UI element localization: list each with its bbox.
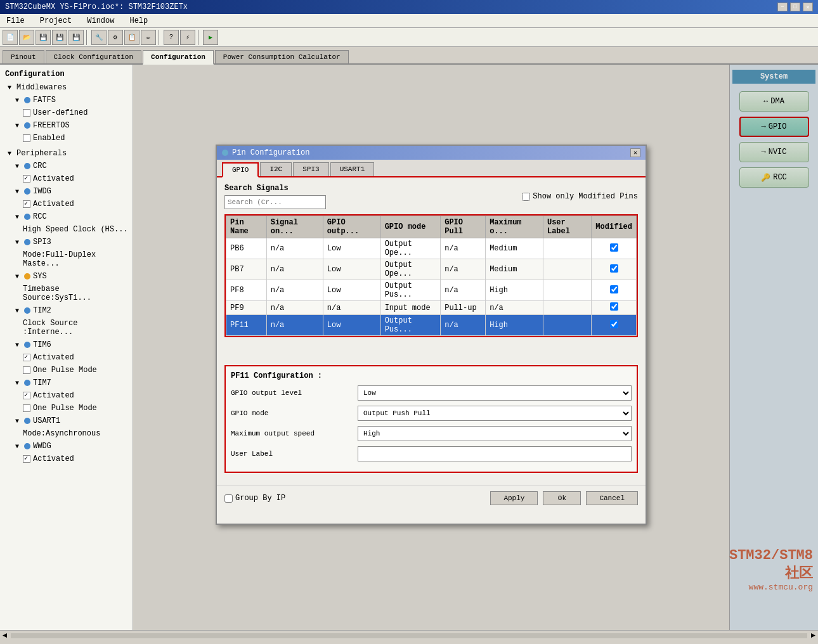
expand-icon-tim7: ▼ xyxy=(15,380,23,387)
tim7-activated-checkbox[interactable] xyxy=(23,392,30,399)
tool-7[interactable]: 📋 xyxy=(124,30,140,45)
scroll-left-btn[interactable]: ◄ xyxy=(0,631,10,640)
tab-configuration[interactable]: Configuration xyxy=(143,50,214,65)
sidebar-item-crc[interactable]: ▼ CRC xyxy=(0,160,133,172)
menu-project[interactable]: Project xyxy=(36,15,75,27)
cell-max-speed: Medium xyxy=(486,259,543,280)
sidebar-item-tim6[interactable]: ▼ TIM6 xyxy=(0,338,133,351)
tool-9[interactable]: ? xyxy=(164,30,179,45)
sidebar-item-middlewares[interactable]: ▼ Middlewares xyxy=(0,81,133,94)
tool-open[interactable]: 📂 xyxy=(19,30,34,45)
search-input[interactable] xyxy=(224,195,326,209)
sidebar-item-crc-activated[interactable]: Activated xyxy=(0,172,133,185)
table-row[interactable]: PB6 n/a Low Output Ope... n/a Medium xyxy=(226,238,637,259)
tim7-circle xyxy=(24,380,30,386)
table-row-selected[interactable]: PF11 n/a Low Output Pus... n/a High xyxy=(226,315,637,336)
cell-modified xyxy=(592,238,637,259)
sidebar-item-iwdg[interactable]: ▼ IWDG xyxy=(0,185,133,198)
modal-tab-usart1[interactable]: USART1 xyxy=(330,162,375,176)
cell-gpio-pull: n/a xyxy=(441,280,486,301)
sidebar-item-peripherals[interactable]: ▼ Peripherals xyxy=(0,145,133,160)
wwdg-activated-checkbox[interactable] xyxy=(23,455,30,463)
cell-signal: n/a xyxy=(266,259,323,280)
modal-close-button[interactable]: ✕ xyxy=(630,148,640,157)
sidebar-item-tim6-pulse[interactable]: One Pulse Mode xyxy=(0,364,133,377)
maximize-button[interactable]: □ xyxy=(790,3,800,11)
user-label-row: User Label xyxy=(231,446,632,461)
tab-pinout[interactable]: Pinout xyxy=(3,50,44,63)
sidebar-item-sys[interactable]: ▼ SYS xyxy=(0,270,133,283)
table-row[interactable]: PF8 n/a Low Output Pus... n/a High xyxy=(226,280,637,301)
toolbar: 📄 📂 💾 💾 💾 🔧 ⚙ 📋 ✏ ? ⚡ ▶ xyxy=(0,28,818,47)
cell-gpio-mode: Output Ope... xyxy=(380,238,441,259)
tool-10[interactable]: ⚡ xyxy=(180,30,195,45)
sidebar-item-enabled[interactable]: Enabled xyxy=(0,132,133,145)
gpio-output-level-select[interactable]: Low High xyxy=(358,385,632,401)
modal-tab-gpio[interactable]: GPIO xyxy=(222,162,259,177)
tool-save2[interactable]: 💾 xyxy=(52,30,67,45)
cell-pinname: PB6 xyxy=(226,238,267,259)
tool-5[interactable]: 🔧 xyxy=(91,30,107,45)
show-modified-label: Show only Modified Pins xyxy=(533,192,638,201)
expand-icon-iwdg: ▼ xyxy=(15,188,23,195)
sidebar-item-tim6-activated[interactable]: Activated xyxy=(0,351,133,364)
cell-gpio-output: Low xyxy=(323,238,380,259)
sidebar-item-tim7-pulse[interactable]: One Pulse Mode xyxy=(0,402,133,415)
show-modified-checkbox[interactable] xyxy=(522,193,530,201)
apply-button[interactable]: Apply xyxy=(490,491,538,505)
modal-tab-spi3[interactable]: SPI3 xyxy=(293,162,328,176)
tool-6[interactable]: ⚙ xyxy=(108,30,123,45)
cell-max-speed: n/a xyxy=(486,301,543,315)
sidebar-item-tim7[interactable]: ▼ TIM7 xyxy=(0,377,133,389)
sidebar-item-rcc[interactable]: ▼ RCC xyxy=(0,210,133,223)
ok-button[interactable]: Ok xyxy=(543,491,581,505)
sidebar-item-freertos[interactable]: ▼ FREERTOS xyxy=(0,119,133,132)
minimize-button[interactable]: − xyxy=(777,3,788,11)
max-output-speed-select[interactable]: Low Medium High xyxy=(358,426,632,441)
enabled-checkbox[interactable] xyxy=(23,134,30,142)
sidebar-item-tim2-clock: Clock Source :Interne... xyxy=(0,317,133,338)
menu-help[interactable]: Help xyxy=(126,15,152,27)
sidebar-item-userdefined[interactable]: User-defined xyxy=(0,106,133,119)
tim7-pulse-checkbox[interactable] xyxy=(23,404,30,412)
sidebar-item-spi3[interactable]: ▼ SPI3 xyxy=(0,236,133,248)
cancel-button[interactable]: Cancel xyxy=(586,491,638,505)
iwdg-activated-label: Activated xyxy=(33,200,74,209)
menu-window[interactable]: Window xyxy=(83,15,118,27)
sidebar-item-wwdg[interactable]: ▼ WWDG xyxy=(0,440,133,453)
tool-run[interactable]: ▶ xyxy=(203,30,218,45)
sidebar-item-fatfs[interactable]: ▼ FATFS xyxy=(0,94,133,106)
pin-table: Pin Name Signal on... GPIO outp... GPIO … xyxy=(226,216,637,336)
tool-save[interactable]: 💾 xyxy=(36,30,51,45)
menu-file[interactable]: File xyxy=(3,15,29,27)
cell-modified xyxy=(592,301,637,315)
gpio-mode-select[interactable]: Output Push Pull Output Open Drain Input… xyxy=(358,406,632,421)
scroll-right-btn[interactable]: ► xyxy=(808,631,818,640)
table-row[interactable]: PF9 n/a n/a Input mode Pull-up n/a xyxy=(226,301,637,315)
cell-user-label xyxy=(543,301,591,315)
modal-tab-i2c[interactable]: I2C xyxy=(260,162,292,176)
expand-icon-tim6: ▼ xyxy=(15,342,23,349)
tab-clock[interactable]: Clock Configuration xyxy=(46,50,141,63)
sidebar-item-tim2[interactable]: ▼ TIM2 xyxy=(0,304,133,317)
sidebar-item-wwdg-activated[interactable]: Activated xyxy=(0,453,133,465)
user-label-input[interactable] xyxy=(358,446,632,461)
tim6-pulse-checkbox[interactable] xyxy=(23,366,30,374)
close-button[interactable]: ✕ xyxy=(803,3,813,11)
cell-gpio-mode: Output Pus... xyxy=(380,280,441,301)
cell-pinname: PF8 xyxy=(226,280,267,301)
iwdg-activated-checkbox[interactable] xyxy=(23,200,30,208)
table-row[interactable]: PB7 n/a Low Output Ope... n/a Medium xyxy=(226,259,637,280)
tim6-activated-checkbox[interactable] xyxy=(23,354,30,361)
tool-save3[interactable]: 💾 xyxy=(68,30,84,45)
group-by-ip-checkbox[interactable] xyxy=(224,494,233,503)
sidebar-item-tim7-activated[interactable]: Activated xyxy=(0,389,133,402)
crc-activated-checkbox[interactable] xyxy=(23,175,30,183)
sidebar-item-iwdg-activated[interactable]: Activated xyxy=(0,198,133,210)
sidebar-item-usart1[interactable]: ▼ USART1 xyxy=(0,415,133,427)
userdefined-checkbox[interactable] xyxy=(23,109,30,117)
tab-power[interactable]: Power Consumption Calculator xyxy=(215,50,349,63)
middlewares-label: Middlewares xyxy=(16,83,67,92)
tool-new[interactable]: 📄 xyxy=(3,30,18,45)
tool-8[interactable]: ✏ xyxy=(141,30,156,45)
